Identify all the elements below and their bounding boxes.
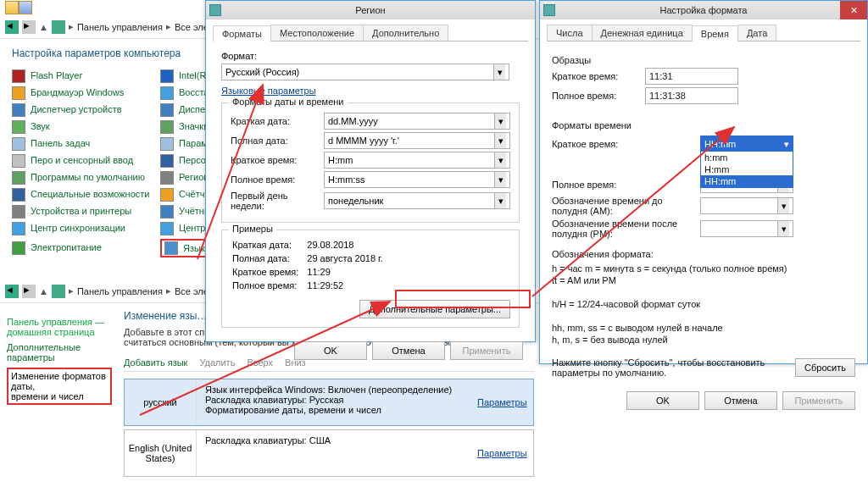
cp-item-icon xyxy=(160,69,174,83)
up-icon[interactable]: ▲ xyxy=(39,22,48,32)
cp-item-link[interactable]: Звук xyxy=(31,121,50,131)
language-desc: Раскладка клавиатуры: США xyxy=(197,430,474,476)
am-label: Обозначение времени до полудня (AM): xyxy=(552,196,700,216)
cancel-button[interactable]: Отмена xyxy=(372,341,445,360)
field-label: Полная дата: xyxy=(231,136,324,146)
language-options-link[interactable]: Параметры xyxy=(477,448,527,458)
cp-item-link[interactable]: Специальные возможности xyxy=(31,189,149,199)
cp-item-icon xyxy=(12,69,25,83)
field-label: Краткое время: xyxy=(231,155,324,165)
format-select[interactable]: Русский (Россия)▾ xyxy=(221,64,509,80)
chevron-down-icon: ▾ xyxy=(784,139,789,150)
cp-item-icon xyxy=(160,171,174,185)
chevron-down-icon: ▾ xyxy=(777,198,789,213)
format-settings-dialog: Настройка формата ✕ Числа Денежная едини… xyxy=(539,0,868,364)
language-desc: Язык интерфейса Windows: Включен (переоп… xyxy=(197,379,474,425)
cp-item-icon xyxy=(160,154,174,168)
cp-item-link[interactable]: Перо и сенсорный ввод xyxy=(31,155,133,165)
short-time-select[interactable]: HH:mm▾ h:mm H:mm HH:mm xyxy=(700,136,793,152)
up-icon[interactable]: ▲ xyxy=(39,286,48,296)
chevron-down-icon: ▾ xyxy=(494,152,506,168)
dropdown-option[interactable]: h:mm xyxy=(701,152,793,163)
cp-item-icon xyxy=(12,137,25,151)
cp-item-link[interactable]: Язык xyxy=(183,243,205,253)
am-select[interactable]: ▾ xyxy=(700,197,793,214)
language-settings-link[interactable]: Языковые параметры xyxy=(221,86,316,96)
cp-item-icon xyxy=(160,103,174,117)
cp-item-link[interactable]: Брандмауэр Windows xyxy=(31,87,124,97)
cancel-button[interactable]: Отмена xyxy=(704,391,777,410)
language-options-link[interactable]: Параметры xyxy=(477,397,527,407)
samples-title: Образцы xyxy=(552,55,855,65)
tab-numbers[interactable]: Числа xyxy=(547,25,593,41)
ok-button[interactable]: OK xyxy=(626,391,699,410)
window-title: Настройка формата xyxy=(660,5,748,15)
field-select[interactable]: dd.MM.yyyy▾ xyxy=(324,113,510,130)
sidebar-home[interactable]: Панель управления — домашняя страница xyxy=(7,317,112,337)
cp-item-icon xyxy=(160,120,174,134)
sidebar-item-formats[interactable]: Изменение форматов даты, времени и чисел xyxy=(7,368,112,405)
apply-button[interactable]: Применить xyxy=(450,341,523,360)
breadcrumb-item[interactable]: Панель управления xyxy=(77,22,163,32)
sidebar-item-extra[interactable]: Дополнительные параметры xyxy=(7,342,112,362)
language-row[interactable]: русскийЯзык интерфейса Windows: Включен … xyxy=(124,379,534,426)
cp-item-link[interactable]: Устройства и принтеры xyxy=(31,206,131,216)
sidebar: Панель управления — домашняя страница До… xyxy=(0,303,119,480)
folder-icon xyxy=(5,1,19,14)
chevron-down-icon: ▾ xyxy=(494,133,506,148)
breadcrumb-item[interactable]: Панель управления xyxy=(77,286,163,296)
field-select[interactable]: d MMMM yyyy 'г.'▾ xyxy=(324,132,510,149)
field-select[interactable]: понедельник▾ xyxy=(324,192,510,209)
example-value: 29 августа 2018 г. xyxy=(307,252,389,264)
close-icon[interactable]: ✕ xyxy=(840,1,867,19)
dropdown-option[interactable]: H:mm xyxy=(701,163,793,175)
highlight-additional-settings xyxy=(395,290,531,308)
format-settings-tabs: Числа Денежная единица Время Дата xyxy=(547,25,860,42)
cp-item-icon xyxy=(12,205,25,219)
format-label: Формат: xyxy=(221,51,257,61)
field-label: Краткая дата: xyxy=(231,116,324,126)
tab-currency[interactable]: Денежная единица xyxy=(592,25,693,41)
back-icon[interactable]: ◄ xyxy=(5,285,19,298)
example-label: Полное время: xyxy=(232,279,305,291)
cp-item-link[interactable]: Программы по умолчанию xyxy=(31,172,145,182)
field-label: Полное время: xyxy=(231,174,324,185)
sample-short-label: Краткое время: xyxy=(552,71,645,81)
tab-location[interactable]: Местоположение xyxy=(270,25,364,41)
forward-icon[interactable]: ► xyxy=(22,285,36,298)
example-value: 11:29:52 xyxy=(307,279,389,291)
long-time-label: Полное время: xyxy=(552,180,700,190)
cp-item-link[interactable]: Диспетчер устройств xyxy=(31,104,122,114)
reset-button[interactable]: Сбросить xyxy=(795,358,855,377)
language-row[interactable]: English (United States)Раскладка клавиат… xyxy=(124,429,534,477)
ok-button[interactable]: OK xyxy=(294,341,367,360)
control-panel-icon xyxy=(52,285,65,298)
apply-button[interactable]: Применить xyxy=(782,391,855,410)
example-label: Краткое время: xyxy=(232,266,305,278)
back-icon[interactable]: ◄ xyxy=(5,20,19,34)
tab-advanced[interactable]: Дополнительно xyxy=(363,25,448,41)
cp-item-icon xyxy=(160,86,174,100)
dropdown-option[interactable]: HH:mm xyxy=(701,175,793,187)
tab-time[interactable]: Время xyxy=(692,25,738,42)
cp-item-link[interactable]: Центр синхронизации xyxy=(31,223,125,233)
chevron-down-icon: ▾ xyxy=(777,221,789,236)
tab-formats[interactable]: Форматы xyxy=(213,25,271,42)
forward-icon[interactable]: ► xyxy=(22,20,36,34)
date-time-formats-group: Форматы даты и времени Краткая дата:dd.M… xyxy=(221,102,520,223)
region-tabs: Форматы Местоположение Дополнительно xyxy=(213,25,528,42)
pm-label: Обозначение времени после полудня (PM): xyxy=(552,219,700,239)
field-select[interactable]: H:mm▾ xyxy=(324,152,510,169)
cp-item-link[interactable]: Электропитание xyxy=(31,242,102,252)
cp-item-link[interactable]: Flash Player xyxy=(31,70,82,80)
chevron-down-icon: ▾ xyxy=(494,193,506,208)
tab-date[interactable]: Дата xyxy=(737,25,776,41)
cp-item-link[interactable]: Панель задач xyxy=(31,138,90,148)
pm-select[interactable]: ▾ xyxy=(700,220,793,237)
cp-item-icon xyxy=(160,137,174,151)
control-panel-icon xyxy=(52,20,65,34)
notation-title: Обозначения формата: xyxy=(552,249,855,259)
field-select[interactable]: H:mm:ss▾ xyxy=(324,171,510,188)
example-label: Полная дата: xyxy=(232,252,305,264)
add-language-link[interactable]: Добавить язык xyxy=(124,357,187,368)
